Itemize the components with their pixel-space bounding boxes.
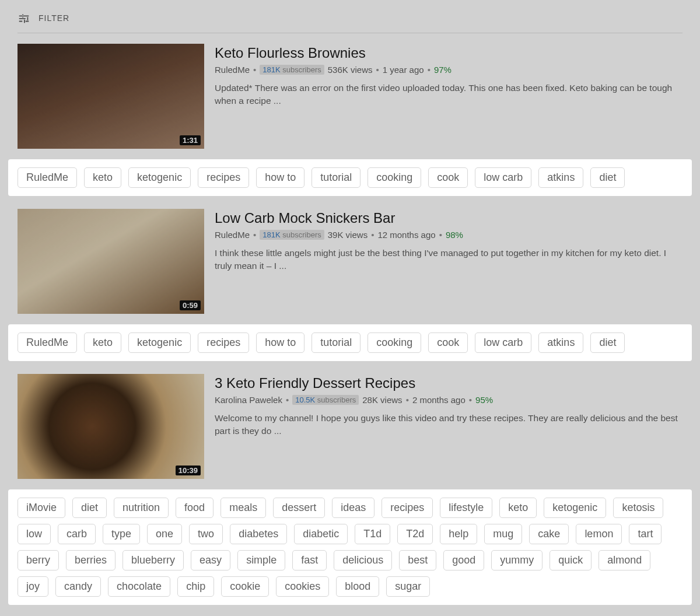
tag[interactable]: ketogenic	[128, 332, 191, 353]
video-description: Updated* There was an error on the first…	[215, 82, 682, 108]
tag[interactable]: joy	[18, 576, 48, 597]
tag[interactable]: chip	[177, 576, 214, 597]
tag[interactable]: T2d	[397, 524, 433, 544]
video-thumbnail[interactable]: 0:59	[18, 209, 204, 314]
tag[interactable]: cooking	[368, 332, 421, 353]
tag[interactable]: yummy	[491, 550, 542, 570]
tag[interactable]: ketosis	[613, 498, 663, 518]
tag[interactable]: delicious	[334, 550, 392, 570]
tag[interactable]: best	[399, 550, 436, 570]
video-thumbnail[interactable]: 10:39	[18, 374, 204, 479]
subscriber-badge: 181K subscribers	[260, 65, 324, 75]
tag[interactable]: cook	[428, 332, 468, 353]
tag[interactable]: cooking	[368, 167, 421, 188]
separator-dot: •	[428, 65, 430, 75]
video-duration: 1:31	[180, 135, 201, 145]
tag[interactable]: berry	[18, 550, 59, 570]
tag[interactable]: cake	[529, 524, 569, 544]
video-duration: 10:39	[176, 466, 201, 475]
tag[interactable]: help	[440, 524, 477, 544]
tag[interactable]: almond	[598, 550, 650, 570]
tag[interactable]: tutorial	[312, 332, 360, 353]
tag[interactable]: recipes	[382, 498, 433, 518]
tag[interactable]: carb	[58, 524, 96, 544]
tag[interactable]: dessert	[273, 498, 325, 518]
channel-name[interactable]: RuledMe	[215, 230, 250, 240]
channel-name[interactable]: Karolina Pawelek	[215, 395, 282, 405]
tag[interactable]: iMovie	[18, 498, 65, 518]
tag[interactable]: low carb	[475, 332, 531, 353]
tag[interactable]: two	[189, 524, 223, 544]
tag[interactable]: food	[176, 498, 214, 518]
subscriber-badge: 181K subscribers	[260, 230, 324, 240]
video-info: Low Carb Mock Snickers Bar RuledMe • 181…	[215, 209, 682, 314]
tag[interactable]: tutorial	[312, 167, 360, 188]
tag[interactable]: chocolate	[108, 576, 170, 597]
tag[interactable]: simple	[237, 550, 285, 570]
tag[interactable]: how to	[256, 167, 304, 188]
tag[interactable]: cookies	[276, 576, 329, 597]
tag[interactable]: sugar	[386, 576, 430, 597]
tag[interactable]: meals	[220, 498, 266, 518]
tag[interactable]: tart	[629, 524, 662, 544]
filter-bar[interactable]: FILTER	[18, 12, 682, 33]
tag[interactable]: diet	[72, 498, 107, 518]
tag[interactable]: berries	[66, 550, 116, 570]
tag[interactable]: ketogenic	[544, 498, 606, 518]
search-result: 10:39 3 Keto Friendly Dessert Recipes Ka…	[18, 374, 682, 479]
tag[interactable]: recipes	[198, 332, 249, 353]
tag[interactable]: cook	[428, 167, 468, 188]
tag[interactable]: keto	[499, 498, 537, 518]
tag[interactable]: mug	[484, 524, 522, 544]
video-thumbnail[interactable]: 1:31	[18, 44, 204, 149]
tag[interactable]: RuledMe	[18, 332, 77, 353]
tag[interactable]: fast	[292, 550, 327, 570]
tag[interactable]: quick	[550, 550, 592, 570]
tag[interactable]: lifestyle	[440, 498, 492, 518]
tag[interactable]: atkins	[538, 332, 583, 353]
tag[interactable]: diet	[590, 332, 625, 353]
tags-strip: iMoviedietnutritionfoodmealsdessertideas…	[8, 489, 692, 605]
tag[interactable]: diet	[590, 167, 625, 188]
tag[interactable]: ideas	[332, 498, 374, 518]
tags-strip: RuledMeketoketogenicrecipeshow totutoria…	[8, 159, 692, 196]
tag[interactable]: RuledMe	[18, 167, 77, 188]
video-meta: RuledMe • 181K subscribers 39K views • 1…	[215, 230, 682, 240]
tag[interactable]: cookie	[221, 576, 269, 597]
tag[interactable]: ketogenic	[128, 167, 191, 188]
separator-dot: •	[439, 230, 442, 240]
tag[interactable]: diabetic	[294, 524, 348, 544]
tag[interactable]: blueberry	[123, 550, 184, 570]
tag[interactable]: low carb	[475, 167, 531, 188]
subscriber-badge: 10.5K subscribers	[292, 395, 359, 405]
video-title[interactable]: 3 Keto Friendly Dessert Recipes	[215, 375, 682, 391]
tag[interactable]: keto	[84, 167, 121, 188]
video-info: Keto Flourless Brownies RuledMe • 181K s…	[215, 44, 682, 149]
tag[interactable]: recipes	[198, 167, 249, 188]
tag[interactable]: T1d	[355, 524, 390, 544]
tag[interactable]: easy	[191, 550, 230, 570]
video-info: 3 Keto Friendly Dessert Recipes Karolina…	[215, 374, 682, 479]
tag[interactable]: lemon	[576, 524, 622, 544]
video-title[interactable]: Keto Flourless Brownies	[215, 45, 682, 61]
separator-dot: •	[253, 65, 256, 75]
tag[interactable]: good	[443, 550, 484, 570]
rating-percent: 95%	[475, 395, 493, 405]
tag[interactable]: diabetes	[230, 524, 287, 544]
search-result: 1:31 Keto Flourless Brownies RuledMe • 1…	[18, 44, 682, 149]
tag[interactable]: blood	[336, 576, 379, 597]
tag[interactable]: nutrition	[114, 498, 169, 518]
video-duration: 0:59	[180, 300, 201, 310]
separator-dot: •	[376, 65, 379, 75]
tag[interactable]: how to	[256, 332, 304, 353]
tag[interactable]: keto	[84, 332, 121, 353]
separator-dot: •	[406, 395, 409, 405]
tag[interactable]: one	[147, 524, 182, 544]
tag[interactable]: low	[18, 524, 51, 544]
tag[interactable]: atkins	[538, 167, 583, 188]
channel-name[interactable]: RuledMe	[215, 65, 250, 75]
video-title[interactable]: Low Carb Mock Snickers Bar	[215, 210, 682, 226]
tag[interactable]: candy	[55, 576, 101, 597]
tag[interactable]: type	[103, 524, 140, 544]
video-meta: Karolina Pawelek • 10.5K subscribers 28K…	[215, 395, 682, 405]
